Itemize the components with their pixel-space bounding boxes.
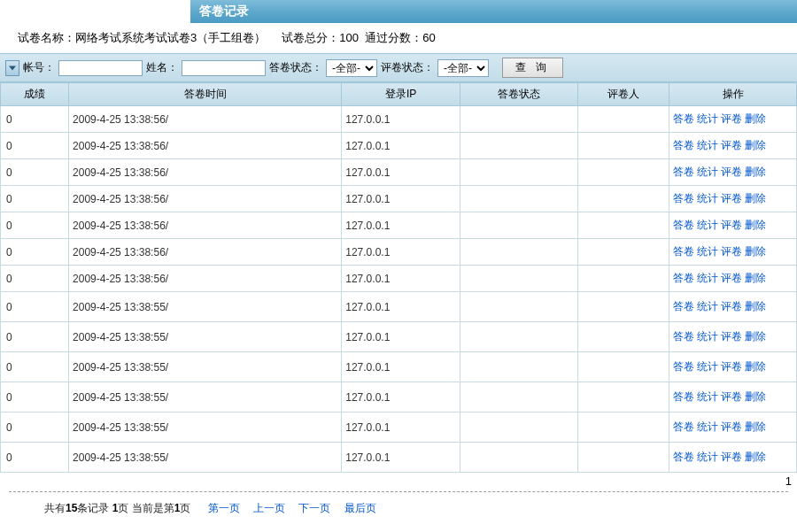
cell-score: 0 bbox=[1, 382, 69, 412]
op-stat[interactable]: 统计 bbox=[697, 300, 718, 312]
op-del[interactable]: 删除 bbox=[745, 219, 766, 231]
cell-status bbox=[460, 239, 578, 266]
op-grade[interactable]: 评卷 bbox=[721, 300, 742, 312]
op-grade[interactable]: 评卷 bbox=[721, 390, 742, 403]
total-label: 试卷总分： bbox=[282, 31, 339, 44]
pager-prev[interactable]: 上一页 bbox=[253, 502, 285, 514]
cell-status bbox=[460, 382, 578, 412]
cell-grader bbox=[578, 106, 669, 133]
op-del[interactable]: 删除 bbox=[745, 245, 766, 258]
cell-status bbox=[460, 412, 578, 443]
paper-name: 网络考试系统考试试卷3（手工组卷） bbox=[75, 31, 266, 44]
name-input[interactable] bbox=[182, 60, 266, 76]
pager-right-num: 1 bbox=[785, 474, 792, 488]
op-answer[interactable]: 答卷 bbox=[673, 360, 694, 373]
op-grade[interactable]: 评卷 bbox=[721, 112, 742, 125]
op-grade[interactable]: 评卷 bbox=[721, 451, 742, 463]
op-answer[interactable]: 答卷 bbox=[673, 192, 694, 204]
pager-count: 15 bbox=[66, 502, 77, 514]
op-del[interactable]: 删除 bbox=[745, 139, 766, 151]
cell-ip: 127.0.0.1 bbox=[342, 212, 460, 239]
op-del[interactable]: 删除 bbox=[745, 451, 766, 463]
cell-time: 2009-4-25 13:38:55/ bbox=[69, 322, 342, 352]
op-grade[interactable]: 评卷 bbox=[721, 192, 742, 204]
op-answer[interactable]: 答卷 bbox=[673, 390, 694, 403]
op-answer[interactable]: 答卷 bbox=[673, 272, 694, 284]
pager-next[interactable]: 下一页 bbox=[298, 502, 330, 514]
op-stat[interactable]: 统计 bbox=[697, 330, 718, 343]
op-stat[interactable]: 统计 bbox=[697, 139, 718, 151]
op-del[interactable]: 删除 bbox=[745, 360, 766, 373]
cell-score: 0 bbox=[1, 212, 69, 239]
col-grader: 评卷人 bbox=[578, 83, 669, 106]
pager-mid2: 页 当前是第 bbox=[118, 502, 174, 514]
pager-last[interactable]: 最后页 bbox=[344, 502, 376, 514]
op-answer[interactable]: 答卷 bbox=[673, 219, 694, 231]
op-answer[interactable]: 答卷 bbox=[673, 420, 694, 433]
paper-label: 试卷名称： bbox=[18, 31, 75, 44]
op-answer[interactable]: 答卷 bbox=[673, 112, 694, 125]
op-stat[interactable]: 统计 bbox=[697, 451, 718, 463]
op-answer[interactable]: 答卷 bbox=[673, 166, 694, 178]
name-label: 姓名： bbox=[146, 60, 178, 75]
op-answer[interactable]: 答卷 bbox=[673, 330, 694, 343]
pass-label: 通过分数： bbox=[365, 31, 422, 44]
op-answer[interactable]: 答卷 bbox=[673, 139, 694, 151]
op-answer[interactable]: 答卷 bbox=[673, 451, 694, 463]
cell-time: 2009-4-25 13:38:55/ bbox=[69, 443, 342, 473]
op-stat[interactable]: 统计 bbox=[697, 112, 718, 125]
op-answer[interactable]: 答卷 bbox=[673, 245, 694, 258]
op-stat[interactable]: 统计 bbox=[697, 219, 718, 231]
op-del[interactable]: 删除 bbox=[745, 300, 766, 312]
table-row: 02009-4-25 13:38:55/127.0.0.1答卷统计评卷删除 bbox=[1, 443, 797, 473]
op-grade[interactable]: 评卷 bbox=[721, 245, 742, 258]
cell-ip: 127.0.0.1 bbox=[342, 352, 460, 382]
pager-first[interactable]: 第一页 bbox=[208, 502, 240, 514]
cell-op: 答卷统计评卷删除 bbox=[669, 352, 797, 382]
op-del[interactable]: 删除 bbox=[745, 166, 766, 178]
cell-score: 0 bbox=[1, 106, 69, 133]
cell-op: 答卷统计评卷删除 bbox=[669, 239, 797, 266]
op-stat[interactable]: 统计 bbox=[697, 272, 718, 284]
col-status: 答卷状态 bbox=[460, 83, 578, 106]
op-grade[interactable]: 评卷 bbox=[721, 330, 742, 343]
op-stat[interactable]: 统计 bbox=[697, 390, 718, 403]
cell-time: 2009-4-25 13:38:56/ bbox=[69, 106, 342, 133]
op-stat[interactable]: 统计 bbox=[697, 245, 718, 258]
op-del[interactable]: 删除 bbox=[745, 112, 766, 125]
chevron-down-icon[interactable] bbox=[5, 60, 19, 76]
op-grade[interactable]: 评卷 bbox=[721, 219, 742, 231]
op-answer[interactable]: 答卷 bbox=[673, 300, 694, 312]
op-stat[interactable]: 统计 bbox=[697, 360, 718, 373]
cell-ip: 127.0.0.1 bbox=[342, 186, 460, 212]
col-time: 答卷时间 bbox=[69, 83, 342, 106]
op-del[interactable]: 删除 bbox=[745, 272, 766, 284]
op-grade[interactable]: 评卷 bbox=[721, 272, 742, 284]
op-grade[interactable]: 评卷 bbox=[721, 360, 742, 373]
op-del[interactable]: 删除 bbox=[745, 192, 766, 204]
account-input[interactable] bbox=[58, 60, 143, 76]
op-del[interactable]: 删除 bbox=[745, 420, 766, 433]
op-stat[interactable]: 统计 bbox=[697, 166, 718, 178]
op-stat[interactable]: 统计 bbox=[697, 192, 718, 204]
cell-op: 答卷统计评卷删除 bbox=[669, 266, 797, 292]
cell-status bbox=[460, 266, 578, 292]
cell-score: 0 bbox=[1, 133, 69, 159]
filter-bar: 帐号： 姓名： 答卷状态： -全部- 评卷状态： -全部- 查 询 bbox=[0, 53, 797, 82]
cell-ip: 127.0.0.1 bbox=[342, 443, 460, 473]
grade-status-select[interactable]: -全部- bbox=[437, 59, 489, 77]
query-button[interactable]: 查 询 bbox=[502, 58, 563, 78]
op-grade[interactable]: 评卷 bbox=[721, 420, 742, 433]
cell-grader bbox=[578, 186, 669, 212]
col-ip: 登录IP bbox=[342, 83, 460, 106]
table-row: 02009-4-25 13:38:56/127.0.0.1答卷统计评卷删除 bbox=[1, 106, 797, 133]
answer-status-select[interactable]: -全部- bbox=[326, 59, 377, 77]
cell-time: 2009-4-25 13:38:56/ bbox=[69, 159, 342, 186]
op-del[interactable]: 删除 bbox=[745, 330, 766, 343]
cell-status bbox=[460, 292, 578, 322]
cell-op: 答卷统计评卷删除 bbox=[669, 159, 797, 186]
op-grade[interactable]: 评卷 bbox=[721, 166, 742, 178]
op-grade[interactable]: 评卷 bbox=[721, 139, 742, 151]
op-del[interactable]: 删除 bbox=[745, 390, 766, 403]
op-stat[interactable]: 统计 bbox=[697, 420, 718, 433]
